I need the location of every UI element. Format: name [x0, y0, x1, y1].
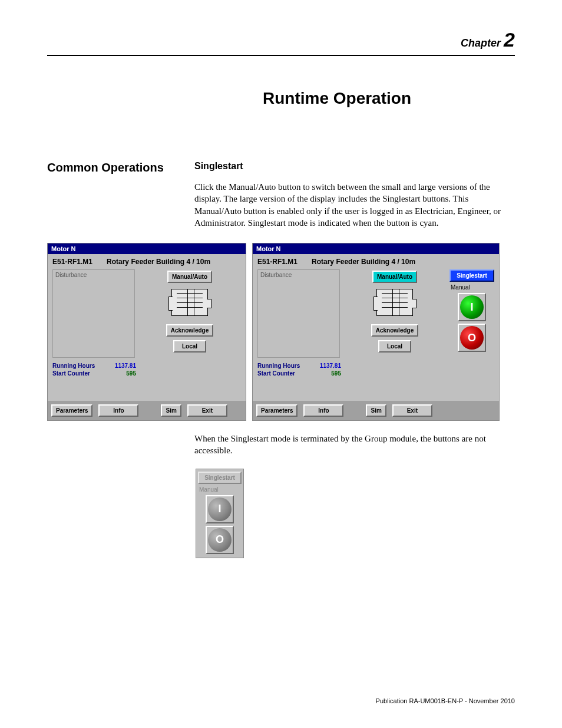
hmi-tag: E51-RF1.M1: [52, 258, 92, 266]
singlestart-mode-label: Manual: [198, 486, 219, 493]
manual-auto-button[interactable]: Manual/Auto: [167, 271, 212, 283]
singlestart-disabled-panel: Singlestart Manual I O: [196, 469, 244, 558]
start-counter-label: Start Counter: [257, 370, 308, 378]
exit-button[interactable]: Exit: [187, 404, 227, 417]
exit-button[interactable]: Exit: [392, 404, 432, 417]
disturbance-box: Disturbance: [257, 269, 340, 358]
section-heading: Common Operations: [47, 161, 171, 174]
info-button[interactable]: Info: [98, 404, 138, 417]
header-rule: [47, 55, 515, 56]
hmi-footer: Parameters Info Sim Exit: [48, 401, 246, 420]
acknowledge-button[interactable]: Acknowledge: [166, 324, 213, 337]
singlestart-title-disabled: Singlestart: [198, 472, 242, 484]
publication-footer: Publication RA-UM001B-EN-P - November 20…: [376, 697, 515, 704]
parameters-button[interactable]: Parameters: [51, 404, 92, 417]
singlestart-start-button[interactable]: I: [458, 293, 486, 321]
acknowledge-button[interactable]: Acknowledge: [371, 324, 418, 337]
hmi-tag: E51-RF1.M1: [257, 258, 297, 266]
hmi-panel-large: Motor N E51-RF1.M1 Rotary Feeder Buildin…: [252, 243, 500, 421]
local-button[interactable]: Local: [378, 340, 411, 353]
singlestart-start-button-disabled: I: [206, 495, 234, 523]
paragraph-2: When the Singlestart mode is terminated …: [194, 433, 515, 457]
parameters-button[interactable]: Parameters: [256, 404, 297, 417]
hmi-description: Rotary Feeder Building 4 / 10m: [312, 258, 415, 266]
running-hours-value: 1137.81: [312, 363, 341, 370]
chapter-label: Chapter: [461, 37, 501, 49]
stop-icon: O: [460, 326, 484, 350]
page-title: Runtime Operation: [159, 89, 515, 108]
manual-auto-button[interactable]: Manual/Auto: [372, 271, 417, 283]
hmi-titlebar: Motor N: [253, 243, 499, 254]
hmi-description: Rotary Feeder Building 4 / 10m: [107, 258, 210, 266]
chapter-number: 2: [504, 28, 515, 51]
start-icon: I: [208, 498, 232, 521]
chapter-header: Chapter 2: [47, 28, 515, 51]
singlestart-title[interactable]: Singlestart: [449, 269, 494, 282]
start-counter-value: 595: [107, 370, 136, 378]
singlestart-stop-button-disabled: O: [206, 526, 234, 554]
start-counter-value: 595: [312, 370, 341, 378]
running-hours-label: Running Hours: [257, 363, 308, 370]
info-button[interactable]: Info: [303, 404, 343, 417]
paragraph-1: Click the Manual/Auto button to switch b…: [194, 181, 515, 229]
running-hours-label: Running Hours: [52, 363, 103, 370]
start-icon: I: [460, 295, 484, 319]
hmi-titlebar: Motor N: [48, 243, 246, 254]
motor-icon: [376, 289, 413, 316]
hmi-panel-small: Motor N E51-RF1.M1 Rotary Feeder Buildin…: [47, 243, 246, 421]
running-hours-value: 1137.81: [107, 363, 136, 370]
subsection-heading: Singlestart: [194, 161, 515, 172]
start-counter-label: Start Counter: [52, 370, 103, 378]
motor-icon: [171, 289, 208, 316]
disturbance-box: Disturbance: [52, 269, 135, 358]
sim-button[interactable]: Sim: [161, 404, 181, 417]
sim-button[interactable]: Sim: [366, 404, 386, 417]
hmi-footer: Parameters Info Sim Exit: [253, 401, 499, 420]
singlestart-stop-button[interactable]: O: [458, 324, 486, 352]
stop-icon: O: [208, 528, 232, 552]
disturbance-label: Disturbance: [260, 272, 292, 278]
disturbance-label: Disturbance: [55, 272, 87, 278]
local-button[interactable]: Local: [173, 340, 206, 353]
singlestart-mode-label: Manual: [449, 284, 470, 291]
